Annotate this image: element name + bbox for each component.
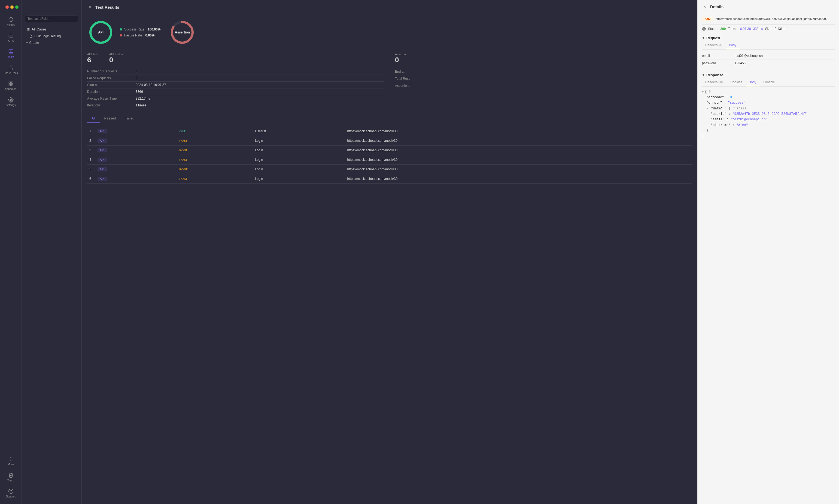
modal-close-button[interactable]: ✕ xyxy=(87,4,92,10)
file-icon xyxy=(30,35,33,38)
sidebar-item-history-label: History xyxy=(6,23,15,26)
more-icon xyxy=(8,456,14,462)
json-errcode-row: "errcode" : 0 xyxy=(706,95,835,100)
sidebar-item-trash[interactable]: Trash xyxy=(2,470,20,485)
api-failure-stat: API Failure 0 xyxy=(109,53,124,64)
success-rate-label: Success Rate xyxy=(124,28,144,31)
json-errstr-val: "success" xyxy=(728,101,746,105)
count-headers: API Test 6 API Failure 0 xyxy=(87,53,384,64)
success-rate-value: 100.00% xyxy=(148,28,160,31)
request-label: Request xyxy=(706,36,720,40)
svg-point-11 xyxy=(11,459,11,460)
headers-count-badge: 8 xyxy=(718,43,722,47)
all-cases-item[interactable]: All Cases xyxy=(24,25,79,33)
tab-passed[interactable]: Passed xyxy=(100,114,120,123)
svg-point-10 xyxy=(11,457,11,458)
row-type: API xyxy=(95,174,177,184)
sidebar-item-history[interactable]: History xyxy=(2,14,20,29)
tab-failed[interactable]: Failed xyxy=(120,114,139,123)
assertion-value: 0 xyxy=(395,56,408,64)
response-toggle[interactable]: ▼ Response xyxy=(702,70,835,79)
table-row[interactable]: 5 API POST Login https://mock.echoapi.co… xyxy=(87,165,692,174)
row-name: Login xyxy=(253,165,345,174)
share-docs-icon xyxy=(8,65,14,71)
api-circle-label: API xyxy=(98,31,103,34)
res-tab-cookies[interactable]: Cookies xyxy=(727,79,745,86)
cases-section: All Cases Bulk Login Testing + Create xyxy=(22,24,82,47)
toggle-arrow-icon: ▼ xyxy=(702,36,705,39)
case-item-bulk-login[interactable]: Bulk Login Testing xyxy=(24,33,79,39)
table-row[interactable]: 6 API POST Login https://mock.echoapi.co… xyxy=(87,174,692,184)
sidebar-item-schemas[interactable]: Schemas xyxy=(2,78,20,93)
list-icon xyxy=(26,28,30,31)
json-collapse-toggle[interactable]: ▼ xyxy=(702,91,704,94)
schemas-icon xyxy=(8,81,14,87)
tab-all[interactable]: All xyxy=(87,114,100,123)
res-tab-body[interactable]: Body xyxy=(746,79,759,86)
failure-rate-value: 0.00% xyxy=(145,34,154,37)
time-value: 16:07:38 xyxy=(738,27,751,31)
json-data-close: } xyxy=(706,128,835,133)
req-tab-headers[interactable]: Headers8 xyxy=(702,42,726,49)
sidebar-item-more-label: More xyxy=(7,463,14,466)
search-input[interactable] xyxy=(25,15,78,22)
res-tab-console[interactable]: Console xyxy=(759,79,778,86)
sidebar-item-settings[interactable]: Settings xyxy=(2,94,20,109)
assertion-chart-section: Assertion xyxy=(169,19,196,46)
request-toggle[interactable]: ▼ Request xyxy=(702,33,835,42)
create-button[interactable]: + Create xyxy=(24,39,79,46)
sidebar-item-share-docs[interactable]: Share Docs xyxy=(2,62,20,77)
iterations-row: Iterations 1Times xyxy=(87,102,384,109)
row-num: 6 xyxy=(87,174,95,184)
row-type: API xyxy=(95,136,177,146)
avg-resp-value: 392.17ms xyxy=(136,96,150,101)
sidebar-item-more[interactable]: More xyxy=(2,454,20,469)
apis-icon xyxy=(8,33,14,38)
end-at-row: End at xyxy=(395,68,692,75)
json-nickName-val: "Alex" xyxy=(736,123,748,127)
req-tab-body[interactable]: Body xyxy=(726,42,740,49)
modal-header: ✕ Test Results xyxy=(82,0,697,13)
avg-resp-row: Average Resp. Time 392.17ms xyxy=(87,95,384,102)
json-email-row: "email" : "test01@echoapi.cn" xyxy=(711,117,835,122)
success-dot xyxy=(120,28,122,31)
table-row[interactable]: 1 API GET Userlist https://mock.echoapi.… xyxy=(87,127,692,136)
details-close-button[interactable]: ✕ xyxy=(702,4,707,9)
minimize-button[interactable] xyxy=(10,5,14,9)
res-headers-count-badge: 18 xyxy=(718,80,724,84)
duration-value: 3366 xyxy=(136,90,143,94)
json-email-val: "test01@echoapi.cn" xyxy=(730,118,768,121)
close-button[interactable] xyxy=(5,5,9,9)
main-content: ✕ Test Results API Success Rate xyxy=(82,0,697,504)
sidebar-item-support[interactable]: Support xyxy=(2,486,20,501)
sidebar-item-trash-label: Trash xyxy=(7,479,14,482)
res-tab-headers[interactable]: Headers18 xyxy=(702,79,727,86)
svg-rect-6 xyxy=(11,82,13,84)
json-data-row: ▼ "data" : { 3 items "userId" : "9252A47… xyxy=(706,106,835,133)
filter-tabs: All Passed Failed xyxy=(87,114,692,123)
table-row[interactable]: 4 API POST Login https://mock.echoapi.co… xyxy=(87,155,692,165)
table-row[interactable]: 2 API POST Login https://mock.echoapi.co… xyxy=(87,136,692,146)
json-root-close: } xyxy=(702,133,835,139)
table-row[interactable]: 3 API POST Login https://mock.echoapi.co… xyxy=(87,146,692,155)
row-name: Login xyxy=(253,136,345,146)
row-num: 3 xyxy=(87,146,95,155)
row-method: POST xyxy=(177,146,253,155)
row-name: Login xyxy=(253,146,345,155)
sidebar-item-tests[interactable]: Tests xyxy=(2,46,20,61)
search-container xyxy=(22,13,82,24)
row-url: https://mock.echoapi.com/mock/30... xyxy=(345,165,692,174)
maximize-button[interactable] xyxy=(15,5,18,9)
response-tabs: Headers18 Cookies Body Console xyxy=(702,79,835,87)
details-header: ✕ Details xyxy=(698,0,839,13)
duration-row: Duration 3366 xyxy=(87,88,384,95)
start-at-label: Start at xyxy=(87,83,134,87)
row-num: 5 xyxy=(87,165,95,174)
request-body-fields: email test01@echoapi.cn password 123456 xyxy=(702,52,835,67)
end-at-label: End at xyxy=(395,70,405,73)
sidebar-item-share-docs-label: Share Docs xyxy=(3,72,18,75)
sidebar-item-apis[interactable]: APIs xyxy=(2,30,20,45)
json-data-toggle[interactable]: ▼ xyxy=(706,107,708,110)
field-key-password: password xyxy=(702,61,735,65)
assertion-circle-label: Assertion xyxy=(175,31,190,34)
